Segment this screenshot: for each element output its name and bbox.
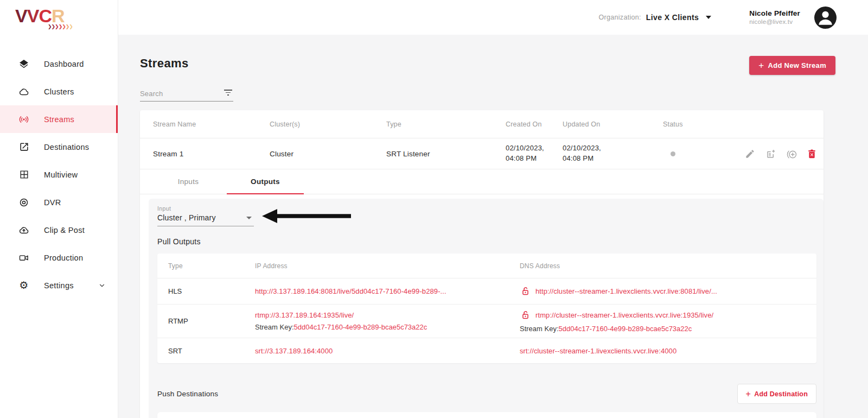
sidebar-item-clusters[interactable]: Clusters — [0, 78, 118, 105]
stream-created-on: 02/10/2023, 04:08 PM — [506, 143, 563, 164]
input-select-value: Cluster , Primary — [157, 213, 216, 222]
page-title: Streams — [140, 56, 189, 71]
status-badge — [671, 151, 675, 156]
plus-icon: + — [758, 60, 764, 71]
outputs-panel: Input Cluster , Primary Pull Outputs Typ… — [149, 199, 824, 418]
col-updated-on: Updated On — [563, 121, 663, 128]
sidebar-item-destinations[interactable]: Destinations — [0, 133, 118, 161]
chevron-down-icon — [246, 217, 252, 219]
table-row: RTMP rtmp://3.137.189.164:1935/live/ Str… — [157, 305, 816, 338]
cloud-upload-icon — [18, 225, 29, 236]
tab-inputs[interactable]: Inputs — [150, 169, 227, 194]
organization-value: Live X Clients — [646, 13, 699, 22]
pull-table-header: Type IP Address DNS Address — [157, 254, 816, 278]
push-destinations-title: Push Destinations — [157, 390, 218, 398]
detail-tabs: Inputs Outputs — [140, 169, 824, 194]
input-select-label: Input — [157, 205, 816, 212]
video-camera-icon — [18, 252, 29, 263]
avatar[interactable] — [814, 7, 837, 29]
hls-ip-link[interactable]: http://3.137.189.164:8081/live/5dd04c17-… — [255, 287, 446, 295]
streams-table-header: Stream Name Cluster(s) Type Created On U… — [140, 110, 824, 138]
stream-name: Stream 1 — [153, 150, 270, 158]
brand-logo-letters: VVCR — [15, 7, 118, 25]
app-root: VVCR ❯❯❯❯❯❯❯ Dashboard Clusters Str — [0, 0, 868, 418]
external-link-icon — [18, 142, 29, 153]
add-circle-icon[interactable] — [786, 149, 796, 159]
main-content: Streams + Add New Stream Stream Name Clu… — [118, 35, 868, 418]
filter-icon[interactable] — [224, 90, 232, 97]
input-select[interactable]: Cluster , Primary — [157, 212, 254, 226]
layers-icon — [18, 59, 29, 69]
brand-logo-chevrons: ❯❯❯❯❯❯❯ — [48, 24, 118, 29]
sidebar-item-production[interactable]: Production — [0, 244, 118, 271]
add-destination-button[interactable]: + Add Destination — [737, 384, 816, 404]
cloud-icon — [18, 86, 29, 97]
col-clusters: Cluster(s) — [270, 121, 386, 128]
rtmp-dns-link[interactable]: rtmp://cluster--streamer-1.livexclients.… — [535, 311, 713, 319]
sidebar-item-dashboard[interactable]: Dashboard — [0, 50, 118, 78]
col-dns-address: DNS Address — [520, 262, 806, 270]
stream-updated-on: 02/10/2023, 04:08 PM — [563, 143, 663, 164]
table-row: HLS http://3.137.189.164:8081/live/5dd04… — [157, 278, 816, 305]
grid-icon — [18, 169, 29, 180]
gear-icon: ⚙ — [18, 280, 29, 291]
delete-trash-icon[interactable] — [807, 149, 817, 159]
search-field — [140, 87, 233, 102]
sidebar-item-label: Clusters — [44, 87, 74, 96]
note-add-icon[interactable] — [765, 149, 776, 159]
tab-outputs[interactable]: Outputs — [227, 169, 304, 194]
col-created-on: Created On — [506, 121, 563, 128]
sidebar-item-label: DVR — [44, 198, 61, 207]
sidebar-nav: Dashboard Clusters Streams Destinations — [0, 50, 118, 299]
brand-logo[interactable]: VVCR ❯❯❯❯❯❯❯ — [0, 0, 118, 29]
sidebar-item-streams[interactable]: Streams — [0, 105, 118, 133]
output-type: SRT — [168, 347, 255, 355]
search-input[interactable] — [140, 87, 233, 102]
sidebar: VVCR ❯❯❯❯❯❯❯ Dashboard Clusters Str — [0, 0, 118, 418]
streams-card: Stream Name Cluster(s) Type Created On U… — [140, 110, 824, 418]
sidebar-item-dvr[interactable]: DVR — [0, 188, 118, 216]
record-icon — [18, 197, 29, 208]
push-destinations-table — [157, 412, 816, 418]
output-type: RTMP — [168, 317, 255, 325]
col-status: Status — [663, 121, 728, 128]
stream-cluster: Cluster — [270, 150, 386, 158]
table-row[interactable]: Stream 1 Cluster SRT Listener 02/10/2023… — [140, 138, 824, 169]
sidebar-item-label: Settings — [44, 281, 74, 290]
sidebar-item-label: Production — [44, 254, 83, 262]
sidebar-item-multiview[interactable]: Multiview — [0, 161, 118, 188]
sidebar-item-label: Destinations — [44, 143, 89, 151]
user-info: Nicole Pfeiffer nicole@livex.tv — [749, 9, 800, 26]
col-type: Type — [386, 121, 506, 128]
organization-label: Organization: — [599, 14, 641, 21]
push-destinations-header: Push Destinations + Add Destination — [157, 384, 816, 404]
table-row: SRT srt://3.137.189.164:4000 srt://clust… — [157, 338, 816, 363]
col-type: Type — [168, 262, 255, 270]
sidebar-item-label: Dashboard — [44, 60, 84, 68]
rtmp-ip-link[interactable]: rtmp://3.137.189.164:1935/live/ — [255, 311, 354, 319]
pull-outputs-table: Type IP Address DNS Address HLS http://3… — [157, 254, 816, 363]
stream-type: SRT Listener — [386, 150, 506, 158]
lock-open-icon — [520, 309, 531, 321]
srt-dns-link[interactable]: srt://cluster--streamer-1.livexclients.v… — [520, 347, 676, 355]
sidebar-item-label: Streams — [44, 115, 74, 124]
col-ip-address: IP Address — [255, 262, 520, 270]
sidebar-item-label: Multiview — [44, 170, 78, 179]
lock-open-icon — [520, 286, 531, 297]
user-email: nicole@livex.tv — [749, 18, 800, 26]
edit-pencil-icon[interactable] — [745, 149, 755, 159]
sidebar-item-label: Clip & Post — [44, 226, 85, 235]
srt-ip-link[interactable]: srt://3.137.189.164:4000 — [255, 347, 333, 355]
topbar: Organization: Live X Clients Nicole Pfei… — [118, 0, 868, 35]
row-actions — [728, 149, 824, 159]
rtmp-dns-stream-key: Stream Key:5dd04c17-7160-4e99-b289-bcae5… — [520, 325, 806, 333]
rtmp-ip-stream-key: Stream Key:5dd04c17-7160-4e99-b289-bcae5… — [255, 323, 520, 331]
broadcast-icon — [18, 114, 29, 125]
pull-outputs-title: Pull Outputs — [157, 237, 816, 246]
organization-selector[interactable]: Organization: Live X Clients — [599, 13, 712, 22]
add-new-stream-button[interactable]: + Add New Stream — [749, 56, 835, 75]
sidebar-item-clip-post[interactable]: Clip & Post — [0, 216, 118, 244]
sidebar-item-settings[interactable]: ⚙ Settings — [0, 271, 118, 299]
col-stream-name: Stream Name — [153, 121, 270, 128]
hls-dns-link[interactable]: http://cluster--streamer-1.livexclients.… — [535, 287, 717, 295]
